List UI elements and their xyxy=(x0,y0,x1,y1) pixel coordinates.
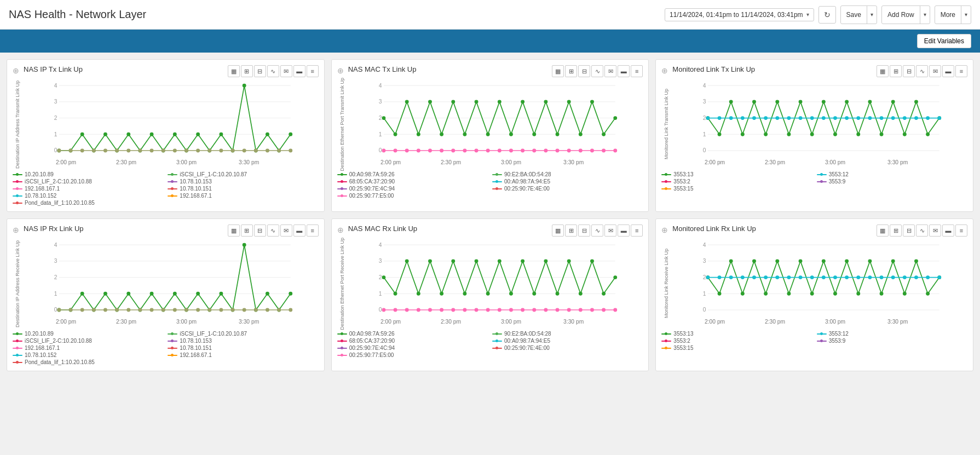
save-label[interactable]: Save xyxy=(841,6,867,24)
line-chart-icon[interactable]: ∿ xyxy=(591,65,603,77)
svg-point-318 xyxy=(741,276,745,279)
svg-point-78 xyxy=(475,100,478,103)
bar-chart-icon[interactable]: ▦ xyxy=(228,65,240,77)
comment-icon[interactable]: ✉ xyxy=(604,65,616,77)
svg-point-35 xyxy=(57,149,61,152)
svg-point-217 xyxy=(220,308,223,312)
panel-title: Monitored Link Rx Link Up xyxy=(672,224,756,234)
bar-icon[interactable]: ▬ xyxy=(942,65,954,77)
bar-chart-icon[interactable]: ▦ xyxy=(552,224,564,237)
drag-handle-icon[interactable]: ⊕ xyxy=(337,226,344,234)
multi-chart-icon[interactable]: ⊞ xyxy=(890,224,902,237)
drag-handle-icon[interactable]: ⊕ xyxy=(13,226,19,234)
multi-chart-icon[interactable]: ⊞ xyxy=(565,224,577,237)
menu-icon[interactable]: ≡ xyxy=(307,224,319,237)
svg-point-223 xyxy=(289,308,292,312)
svg-point-90 xyxy=(614,117,617,120)
svg-point-88 xyxy=(590,100,593,103)
more-button[interactable]: More ▾ xyxy=(935,5,971,24)
svg-point-45 xyxy=(173,149,176,152)
line-chart-icon[interactable]: ∿ xyxy=(267,224,279,237)
comment-icon[interactable]: ✉ xyxy=(280,65,292,77)
table-icon[interactable]: ⊟ xyxy=(254,224,266,237)
bar-icon[interactable]: ▬ xyxy=(293,224,305,237)
menu-icon[interactable]: ≡ xyxy=(631,65,643,77)
svg-point-302 xyxy=(799,260,803,263)
comment-icon[interactable]: ✉ xyxy=(604,224,616,237)
legend-label: 00:A0:98:7A:94:E5 xyxy=(504,178,550,185)
multi-chart-icon[interactable]: ⊞ xyxy=(241,224,253,237)
comment-icon[interactable]: ✉ xyxy=(929,224,941,237)
multi-chart-icon[interactable]: ⊞ xyxy=(241,65,253,77)
multi-chart-icon[interactable]: ⊞ xyxy=(565,65,577,77)
svg-text:0: 0 xyxy=(54,307,57,313)
legend-item: 00:25:90:7E:4E:00 xyxy=(492,345,643,351)
line-chart-icon[interactable]: ∿ xyxy=(916,224,928,237)
drag-handle-icon[interactable]: ⊕ xyxy=(337,66,344,75)
menu-icon[interactable]: ≡ xyxy=(307,65,319,77)
svg-text:3: 3 xyxy=(703,99,706,105)
svg-point-47 xyxy=(197,149,200,152)
table-icon[interactable]: ⊟ xyxy=(254,65,266,77)
legend-label: 10.78.10.152 xyxy=(25,352,56,358)
line-chart-icon[interactable]: ∿ xyxy=(267,65,279,77)
more-dropdown-arrow[interactable]: ▾ xyxy=(961,6,971,24)
legend-item: 10.78.10.153 xyxy=(168,178,318,185)
table-icon[interactable]: ⊟ xyxy=(903,65,915,77)
table-icon[interactable]: ⊟ xyxy=(578,224,590,237)
svg-point-99 xyxy=(475,149,478,152)
comment-icon[interactable]: ✉ xyxy=(929,65,941,77)
svg-point-135 xyxy=(811,133,814,136)
legend-item: 192.168.67.1 xyxy=(168,352,318,358)
svg-point-200 xyxy=(266,292,269,295)
drag-handle-icon[interactable]: ⊕ xyxy=(661,66,668,75)
legend-label: 00:25:90:7E:4C:94 xyxy=(349,345,395,351)
refresh-button[interactable]: ↻ xyxy=(818,6,836,24)
svg-point-335 xyxy=(938,276,941,279)
edit-variables-button[interactable]: Edit Variables xyxy=(917,34,971,48)
add-row-dropdown-arrow[interactable]: ▾ xyxy=(920,6,930,24)
bar-chart-icon[interactable]: ▦ xyxy=(877,65,889,77)
menu-icon[interactable]: ≡ xyxy=(631,224,643,237)
bar-icon[interactable]: ▬ xyxy=(293,65,305,77)
comment-icon[interactable]: ✉ xyxy=(280,224,292,237)
menu-icon[interactable]: ≡ xyxy=(955,65,967,77)
dashboard-panel: ⊕ Monitored Link Tx Link Up ▦⊞⊟∿✉▬≡ Moni… xyxy=(655,59,973,212)
svg-point-83 xyxy=(533,133,536,136)
svg-point-315 xyxy=(706,276,710,279)
drag-handle-icon[interactable]: ⊕ xyxy=(661,226,668,234)
drag-handle-icon[interactable]: ⊕ xyxy=(13,66,19,75)
bar-icon[interactable]: ▬ xyxy=(618,224,630,237)
panel-toolbar: ▦⊞⊟∿✉▬≡ xyxy=(552,224,643,237)
legend-item: 68:05:CA:37:20:90 xyxy=(337,178,488,185)
legend-label: 192.168.67.1 xyxy=(180,193,211,199)
bar-chart-icon[interactable]: ▦ xyxy=(552,65,564,77)
table-icon[interactable]: ⊟ xyxy=(578,65,590,77)
menu-icon[interactable]: ≡ xyxy=(955,224,967,237)
bar-chart-icon[interactable]: ▦ xyxy=(877,224,889,237)
svg-text:2:00 pm: 2:00 pm xyxy=(56,159,76,165)
svg-text:1: 1 xyxy=(54,131,57,137)
bar-icon[interactable]: ▬ xyxy=(618,65,630,77)
line-chart-icon[interactable]: ∿ xyxy=(916,65,928,77)
svg-point-160 xyxy=(857,117,860,120)
svg-text:4: 4 xyxy=(378,242,382,248)
bar-icon[interactable]: ▬ xyxy=(942,224,954,237)
y-axis-label: Destination IP Address Transmit Link Up xyxy=(15,80,20,169)
svg-point-77 xyxy=(463,133,466,136)
add-row-label[interactable]: Add Row xyxy=(882,6,920,24)
svg-point-43 xyxy=(150,149,153,152)
svg-point-186 xyxy=(104,292,107,295)
more-label[interactable]: More xyxy=(935,6,961,24)
multi-chart-icon[interactable]: ⊞ xyxy=(890,65,902,77)
legend-label: 90:E2:BA:0D:54:28 xyxy=(504,171,551,177)
save-button[interactable]: Save ▾ xyxy=(840,5,877,24)
add-row-button[interactable]: Add Row ▾ xyxy=(881,5,930,24)
bar-chart-icon[interactable]: ▦ xyxy=(228,224,240,237)
line-chart-icon[interactable]: ∿ xyxy=(591,224,603,237)
svg-point-110 xyxy=(602,149,605,152)
svg-point-260 xyxy=(394,308,397,312)
time-range-selector[interactable]: 11/14/2024, 01:41pm to 11/14/2024, 03:41… xyxy=(665,8,814,21)
save-dropdown-arrow[interactable]: ▾ xyxy=(867,6,877,24)
table-icon[interactable]: ⊟ xyxy=(903,224,915,237)
